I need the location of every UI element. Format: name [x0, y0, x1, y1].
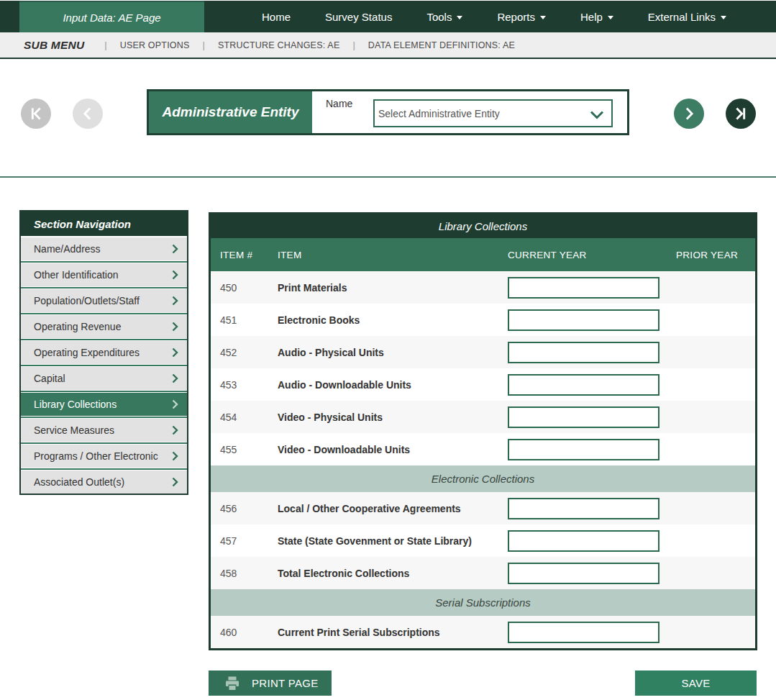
submenu-link-data-element-definitions-ae[interactable]: DATA ELEMENT DEFINITIONS: AE — [368, 40, 515, 50]
sidebar-item-label: Operating Revenue — [34, 321, 121, 332]
chevron-right-icon — [172, 270, 178, 280]
sidebar-item-name-address[interactable]: Name/Address — [21, 237, 187, 260]
submenu-separator: | — [104, 40, 106, 50]
sidebar-item-label: Associated Outlet(s) — [34, 476, 124, 488]
current-year-input-451[interactable] — [508, 309, 659, 331]
first-entity-button[interactable] — [21, 99, 51, 129]
item-label: State (State Govenment or State Library) — [278, 535, 508, 547]
save-button[interactable]: SAVE — [635, 671, 757, 696]
current-year-input-458[interactable] — [508, 563, 659, 584]
sidebar-item-associated-outlet-s[interactable]: Associated Outlet(s) — [21, 471, 187, 494]
print-page-button[interactable]: PRINT PAGE — [209, 671, 332, 696]
active-page-tab[interactable]: Input Data: AE Page — [19, 1, 204, 32]
sidebar-item-other-identification[interactable]: Other Identification — [21, 263, 187, 286]
table-row-457: 457State (State Govenment or State Libra… — [211, 524, 755, 557]
caret-down-icon — [457, 16, 462, 19]
item-label: Print Materials — [278, 282, 508, 294]
sidebar-item-label: Programs / Other Electronic — [34, 450, 158, 462]
entity-name-label: Name — [326, 98, 352, 109]
main-menu: HomeSurvey StatusToolsReportsHelpExterna… — [262, 1, 726, 32]
table-row-453: 453Audio - Downloadable Units — [211, 368, 755, 401]
item-label: Current Print Serial Subscriptions — [278, 627, 508, 638]
current-year-input-453[interactable] — [508, 374, 659, 396]
table-header-row: ITEM # ITEM CURRENT YEAR PRIOR YEAR — [211, 238, 755, 271]
menu-item-tools[interactable]: Tools — [426, 11, 462, 23]
sidebar-item-label: Library Collections — [34, 399, 117, 410]
entity-select-dropdown[interactable]: Select Administrative Entity — [373, 99, 613, 127]
menu-item-label: External Links — [648, 11, 716, 23]
submenu-separator: | — [203, 40, 205, 50]
item-label: Total Electronic Collections — [278, 568, 508, 579]
last-entity-button[interactable] — [726, 99, 756, 129]
table-row-456: 456Local / Other Cooperative Agreements — [211, 492, 755, 524]
go-last-icon — [731, 104, 750, 123]
current-year-input-454[interactable] — [508, 406, 659, 428]
menu-item-survey-status[interactable]: Survey Status — [325, 11, 392, 23]
menu-item-label: Reports — [497, 11, 535, 23]
chevron-right-icon — [172, 399, 178, 409]
item-number: 460 — [220, 627, 278, 638]
table-row-460: 460Current Print Serial Subscriptions — [211, 616, 755, 648]
sidebar-item-label: Name/Address — [34, 243, 101, 255]
table-row-450: 450Print Materials — [211, 271, 755, 304]
sidebar-item-operating-revenue[interactable]: Operating Revenue — [21, 315, 187, 338]
menu-item-label: Survey Status — [325, 11, 392, 23]
horizontal-divider — [0, 176, 776, 178]
current-year-input-452[interactable] — [508, 342, 659, 363]
chevron-right-icon — [172, 347, 178, 358]
item-label: Video - Physical Units — [278, 412, 508, 423]
submenu-link-structure-changes-ae[interactable]: STRUCTURE CHANGES: AE — [218, 40, 340, 50]
sidebar-item-label: Other Identification — [34, 269, 119, 281]
item-number: 450 — [220, 282, 278, 294]
item-number: 451 — [220, 314, 278, 326]
current-year-input-450[interactable] — [508, 277, 659, 299]
current-year-input-457[interactable] — [508, 530, 659, 552]
menu-item-external-links[interactable]: External Links — [648, 11, 726, 23]
sidebar-item-capital[interactable]: Capital — [21, 367, 187, 390]
page: Input Data: AE Page HomeSurvey StatusToo… — [0, 0, 776, 700]
item-label: Audio - Downloadable Units — [278, 379, 508, 391]
sidebar-item-label: Operating Expenditures — [34, 347, 140, 358]
next-entity-button[interactable] — [674, 99, 704, 129]
column-header-current-year: CURRENT YEAR — [508, 250, 676, 260]
current-year-input-455[interactable] — [508, 439, 659, 460]
chevron-right-icon — [172, 451, 178, 461]
item-number: 456 — [220, 503, 278, 514]
sidebar-item-programs-other-electronic[interactable]: Programs / Other Electronic — [21, 445, 187, 468]
sub-menu-title: SUB MENU — [24, 39, 84, 52]
sidebar-item-population-outlets-staff[interactable]: Population/Outlets/Staff — [21, 289, 187, 312]
table-row-454: 454Video - Physical Units — [211, 401, 755, 433]
sidebar-item-library-collections[interactable]: Library Collections — [21, 393, 187, 416]
sidebar-item-label: Service Measures — [34, 424, 114, 436]
menu-item-label: Help — [580, 11, 603, 23]
table-subsection-header: Electronic Collections — [211, 465, 755, 492]
chevron-down-icon — [590, 111, 604, 119]
submenu-link-user-options[interactable]: USER OPTIONS — [120, 40, 190, 50]
chevron-right-icon — [172, 477, 178, 487]
column-header-prior-year: PRIOR YEAR — [676, 250, 755, 260]
section-navigation-title: Section Navigation — [21, 212, 187, 236]
previous-entity-button[interactable] — [73, 99, 103, 129]
column-header-item-number: ITEM # — [220, 250, 278, 260]
menu-item-label: Home — [262, 11, 291, 23]
chevron-right-icon — [172, 373, 178, 383]
menu-item-home[interactable]: Home — [262, 11, 291, 23]
current-year-input-456[interactable] — [508, 498, 659, 519]
current-year-input-460[interactable] — [508, 622, 659, 643]
item-label: Electronic Books — [278, 314, 508, 326]
sidebar-item-service-measures[interactable]: Service Measures — [21, 419, 187, 442]
sidebar-item-label: Capital — [34, 373, 65, 384]
item-label: Audio - Physical Units — [278, 347, 508, 358]
menu-item-help[interactable]: Help — [580, 11, 613, 23]
table-row-451: 451Electronic Books — [211, 304, 755, 336]
chevron-right-icon — [172, 296, 178, 306]
caret-down-icon — [540, 16, 546, 19]
menu-item-reports[interactable]: Reports — [497, 11, 546, 23]
table-title: Library Collections — [211, 214, 755, 238]
table-row-458: 458Total Electronic Collections — [211, 557, 755, 589]
library-collections-table: Library Collections ITEM # ITEM CURRENT … — [209, 212, 757, 650]
caret-down-icon — [721, 16, 726, 19]
sidebar-item-operating-expenditures[interactable]: Operating Expenditures — [21, 341, 187, 364]
section-navigation-title-label: Section Navigation — [34, 218, 131, 230]
item-number: 455 — [220, 444, 278, 455]
